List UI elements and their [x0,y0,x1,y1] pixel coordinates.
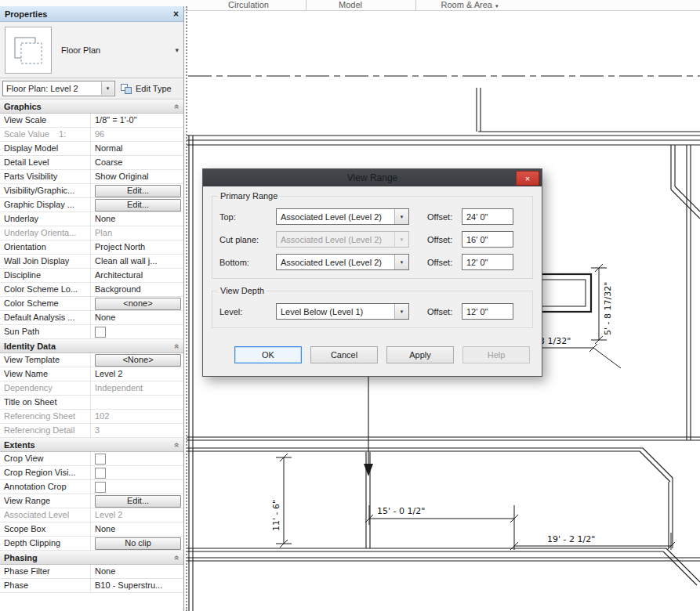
property-row-annotation-crop: Annotation Crop [0,480,183,494]
property-button-view-template[interactable]: <None> [95,354,181,367]
dimension-label: 19' - 2 1/2" [547,534,595,544]
property-value[interactable]: Architectural [91,269,183,282]
dialog-close-button[interactable]: × [516,171,539,186]
property-row-graphic-display: Graphic Display ...Edit... [0,198,183,212]
section-header-identity-data[interactable]: Identity Data« [0,339,183,353]
property-value[interactable]: Normal [91,142,183,155]
property-label: Scope Box [0,522,91,536]
cancel-button[interactable]: Cancel [310,346,378,363]
checkbox-annotation-crop[interactable] [95,482,106,493]
panel-splitter[interactable] [186,6,187,611]
select-value: Associated Level (Level 2) [277,235,382,244]
edit-type-button[interactable]: Edit Type [121,84,172,94]
view-depth-level-select[interactable]: Level Below (Level 1) ▾ [276,303,409,320]
section-label: Extents [4,440,35,450]
bottom-level-select[interactable]: Associated Level (Level 2) ▾ [276,254,409,270]
property-label: Color Scheme [0,297,91,310]
property-value[interactable]: Clean all wall j... [91,255,183,268]
property-row-underlay-orienta: Underlay Orienta...Plan [0,226,183,240]
property-button-view-range[interactable]: Edit... [95,495,181,508]
property-value[interactable]: 96 [91,128,183,141]
level-label: Level: [219,307,276,316]
ribbon-panel-circulation[interactable]: Circulation [198,0,299,10]
section-header-phasing[interactable]: Phasing« [0,551,183,565]
property-row-wall-join-display: Wall Join DisplayClean all wall j... [0,255,183,269]
cut-plane-offset-input[interactable] [462,231,513,248]
property-row-referencing-sheet: Referencing Sheet102 [0,410,183,424]
checkbox-sun-path[interactable] [95,327,106,338]
property-value[interactable]: 1/8" = 1'-0" [91,114,183,127]
offset-label: Offset: [427,235,462,244]
property-value [91,452,183,465]
property-value[interactable]: Plan [91,226,183,240]
section-header-extents[interactable]: Extents« [0,438,183,452]
section-header-graphics[interactable]: Graphics« [0,99,183,114]
property-value[interactable]: Project North [91,240,183,254]
chevron-down-icon[interactable]: ▾ [175,46,179,54]
property-row-referencing-detail: Referencing Detail3 [0,424,183,438]
property-value[interactable]: Show Original [91,170,183,183]
property-button-graphic-display[interactable]: Edit... [95,199,181,212]
property-value[interactable]: None [91,522,183,536]
property-label: Phase [0,579,91,592]
property-label: Graphic Display ... [0,198,91,212]
top-label: Top: [219,212,276,222]
property-value[interactable] [91,396,183,409]
property-label: Underlay Orienta... [0,226,91,240]
property-button-depth-clipping[interactable]: No clip [95,537,181,550]
chevron-down-icon[interactable]: ▾ [101,82,114,95]
property-value[interactable]: Level 2 [91,367,183,381]
properties-titlebar[interactable]: Properties × [0,6,183,22]
property-value[interactable]: B10 - Superstru... [91,579,183,592]
property-button-color-scheme[interactable]: <none> [95,298,181,310]
property-label: Referencing Sheet [0,410,91,423]
property-value[interactable]: None [91,212,183,226]
section-label: Graphics [4,102,42,111]
section-label: Phasing [4,553,38,562]
dialog-titlebar[interactable]: View Range × [203,169,542,186]
property-button-visibility-graphic[interactable]: Edit... [95,185,181,197]
close-icon[interactable]: × [173,9,179,20]
view-depth-level-row: Level: Level Below (Level 1) ▾ Offset: [219,303,525,320]
property-value: Edit... [91,494,183,508]
property-row-sun-path: Sun Path [0,325,183,339]
property-label: View Template [0,353,91,367]
filter-row: Floor Plan: Level 2 ▾ Edit Type [0,78,183,99]
dialog-body: Primary Range Top: Associated Level (Lev… [203,186,542,373]
dimension-label: 3 1/32" [539,336,571,346]
apply-button[interactable]: Apply [386,346,454,363]
property-value[interactable]: Background [91,283,183,296]
property-value: Edit... [91,198,183,212]
property-label: Underlay [0,212,91,226]
ok-button[interactable]: OK [234,346,302,363]
property-value: Edit... [91,184,183,197]
property-row-dependency: DependencyIndependent [0,381,183,396]
property-value[interactable]: None [91,565,183,578]
property-label: Detail Level [0,156,91,169]
view-depth-offset-input[interactable] [462,303,513,320]
bottom-offset-input[interactable] [462,254,513,270]
property-value[interactable]: Coarse [91,156,183,169]
section-label: Identity Data [4,342,56,351]
property-value[interactable]: None [91,311,183,324]
property-value[interactable]: Level 2 [91,508,183,522]
chevron-down-icon: ▾ [495,3,499,9]
type-selector[interactable]: Floor Plan ▾ [0,22,183,78]
property-value[interactable]: 3 [91,424,183,437]
view-range-dialog: View Range × Primary Range Top: Associat… [202,168,542,377]
property-row-color-scheme-lo: Color Scheme Lo...Background [0,283,183,297]
top-offset-input[interactable] [462,208,513,225]
ribbon-separator [415,0,416,10]
checkbox-crop-view[interactable] [95,454,106,465]
property-label: Wall Join Display [0,255,91,268]
ribbon-panel-room-area[interactable]: Room & Area▾ [418,0,521,10]
property-row-display-model: Display ModelNormal [0,142,183,156]
property-value[interactable]: 102 [91,410,183,423]
property-value[interactable]: Independent [91,381,183,395]
ribbon-panel-model[interactable]: Model [307,0,394,10]
view-filter-combobox[interactable]: Floor Plan: Level 2 ▾ [2,81,115,96]
checkbox-crop-region-visi[interactable] [95,468,106,479]
top-level-select[interactable]: Associated Level (Level 2) ▾ [276,208,409,225]
collapse-chevron-icon: « [172,103,182,108]
property-row-detail-level: Detail LevelCoarse [0,156,183,170]
